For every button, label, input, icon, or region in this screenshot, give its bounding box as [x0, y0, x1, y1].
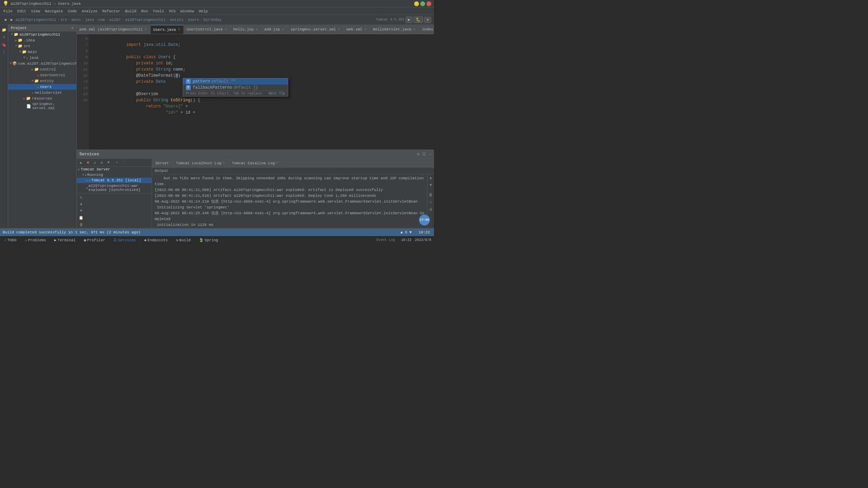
services-restart-btn[interactable]: ↺: [92, 159, 98, 166]
tree-item-com[interactable]: ▼ 📦 com.a1207.a1207springmvcch11: [8, 61, 76, 66]
taskbar-build[interactable]: ⚒ Build: [175, 237, 192, 243]
tab-pom-xml-close[interactable]: ×: [144, 27, 148, 32]
menu-navigate[interactable]: Navigate: [43, 9, 65, 14]
tree-item-idea[interactable]: ▶ 📁 .idea: [8, 37, 76, 43]
menu-edit[interactable]: Edit: [15, 9, 28, 14]
tree-item-usercontrol[interactable]: ☕ UserControl: [8, 72, 76, 78]
scroll-up-btn[interactable]: ▲: [428, 175, 434, 181]
tab-index-jsp[interactable]: index.jsp ×: [419, 25, 434, 34]
tab-hello-jsp-close[interactable]: ×: [255, 27, 258, 32]
minimize-button[interactable]: [414, 1, 419, 6]
services-run-btn[interactable]: ▶: [78, 159, 84, 166]
tab-add-jsp[interactable]: add.jsp ×: [261, 25, 288, 34]
services-up-btn[interactable]: ▲: [78, 201, 84, 207]
tab-hello-jsp[interactable]: hello.jsp ×: [231, 25, 261, 34]
menu-view[interactable]: View: [29, 9, 42, 14]
services-down-btn[interactable]: ▼: [78, 208, 84, 214]
tab-usercontrol-java[interactable]: UserControl.java ×: [184, 25, 231, 34]
scroll-down-btn[interactable]: ▼: [428, 182, 434, 188]
taskbar-services[interactable]: ☰ Services: [112, 237, 137, 243]
tree-item-springmvc-xml[interactable]: 📄 springmvc-servet.xml: [8, 101, 76, 111]
tree-item-helloservlet[interactable]: ☕ HelloServlet: [8, 90, 76, 95]
tab-web-xml[interactable]: web.xml ×: [344, 25, 370, 34]
services-log-btn[interactable]: 📋: [78, 215, 84, 221]
bookmarks-btn[interactable]: 🔖: [1, 42, 7, 48]
tab-users-java-close[interactable]: ×: [177, 27, 181, 32]
tab-localhost-log[interactable]: Tomcat Localhost Log ×: [173, 159, 229, 167]
stop-button[interactable]: ■: [424, 17, 431, 23]
services-add-btn[interactable]: +: [114, 159, 120, 166]
services-minus-icon[interactable]: —: [429, 152, 431, 157]
tree-item-src[interactable]: ▼ 📁 src: [8, 43, 76, 49]
menu-build[interactable]: Build: [123, 9, 138, 14]
tree-item-entity[interactable]: ▼ 📁 entity: [8, 78, 76, 84]
breadcrumb-birthday[interactable]: birthday: [203, 18, 221, 22]
server-item-running[interactable]: ▼ ● Running: [77, 172, 152, 178]
taskbar-profiler[interactable]: ◉ Profiler: [82, 237, 106, 243]
tab-pom-xml[interactable]: pom.xml (a1207springmvcch11) ×: [77, 25, 151, 34]
tab-add-jsp-close[interactable]: ×: [281, 27, 285, 32]
tree-item-main[interactable]: ▼ 📁 main: [8, 49, 76, 55]
taskbar-todo[interactable]: ✓ TODO: [3, 237, 18, 243]
git-btn[interactable]: ↕: [1, 49, 7, 55]
server-item-war[interactable]: ● a1207springmvcch11:war exploded [Synch…: [77, 183, 152, 193]
menu-file[interactable]: File: [1, 9, 14, 14]
run-button[interactable]: ▶: [406, 16, 413, 23]
tab-springmvc-servet-xml[interactable]: springmvc-servet.xml ×: [288, 25, 344, 34]
structure-btn[interactable]: ≡: [1, 34, 7, 40]
breadcrumb-users[interactable]: Users: [188, 18, 199, 22]
tab-users-java[interactable]: Users.java ×: [151, 25, 184, 34]
tab-catalina-log-close[interactable]: ×: [276, 161, 278, 165]
breadcrumb-java[interactable]: java: [85, 18, 94, 22]
output-area[interactable]: but no TLDs were found in them. Skipping…: [152, 174, 427, 228]
tree-item-resources[interactable]: ▶ 📁 resources: [8, 95, 76, 101]
tab-springmvc-servet-xml-close[interactable]: ×: [337, 27, 341, 32]
services-stop-btn[interactable]: ■: [85, 159, 91, 166]
breadcrumb-main[interactable]: main: [72, 18, 80, 22]
close-button[interactable]: [426, 1, 431, 6]
menu-window[interactable]: Window: [178, 9, 196, 14]
autocomplete-item-pattern[interactable]: f pattern default "": [183, 78, 288, 85]
tab-helloservlet-java[interactable]: HelloServlet.java ×: [370, 25, 419, 34]
output-print-btn[interactable]: 🖨: [428, 206, 434, 212]
project-tool-btn[interactable]: 📁: [1, 27, 7, 33]
menu-refactor[interactable]: Refactor: [100, 9, 123, 14]
services-filter-btn[interactable]: ▼: [105, 159, 112, 166]
services-trash-btn[interactable]: 🗑: [78, 221, 84, 228]
breadcrumb-springmvcch11[interactable]: a1207springmvcch11: [125, 18, 166, 22]
output-wrap-btn[interactable]: ⇔: [428, 199, 434, 205]
services-reload-btn[interactable]: ↻: [78, 194, 84, 200]
tab-helloservlet-java-close[interactable]: ×: [413, 27, 416, 32]
taskbar-problems[interactable]: ⚠ Problems: [23, 237, 47, 243]
tree-item-users[interactable]: ☕ Users: [8, 84, 76, 90]
output-clear-btn[interactable]: 🗑: [428, 192, 434, 198]
next-tip-label[interactable]: Next Tip: [269, 92, 285, 95]
nav-back[interactable]: ◀: [3, 17, 8, 23]
tab-catalina-log[interactable]: Tomcat Catalina Log ×: [229, 159, 282, 167]
menu-tools[interactable]: Tools: [151, 9, 166, 14]
maximize-button[interactable]: [420, 1, 425, 6]
tab-usercontrol-java-close[interactable]: ×: [224, 27, 228, 32]
sidebar-controls[interactable]: ⚙: [72, 26, 74, 30]
menu-help[interactable]: Help: [197, 9, 210, 14]
breadcrumb-project[interactable]: a1207springmvcch11: [15, 18, 56, 22]
line-col-indicator[interactable]: ▲ 6 ▼: [399, 230, 413, 234]
server-item-tomcat[interactable]: ▶ Tomcat Server: [77, 167, 152, 172]
services-gear-icon[interactable]: ☰: [422, 152, 426, 157]
autocomplete-item-fallback[interactable]: f fallbackPatterns default {}: [183, 85, 288, 91]
breadcrumb-a1207[interactable]: a1207: [110, 18, 121, 22]
taskbar-endpoints[interactable]: ◆ Endpoints: [143, 237, 169, 243]
tab-web-xml-close[interactable]: ×: [363, 27, 367, 32]
menu-vcs[interactable]: VCS: [167, 9, 178, 14]
tab-localhost-log-close[interactable]: ×: [223, 161, 225, 165]
services-settings-icon[interactable]: ⚙: [417, 152, 420, 157]
breadcrumb-com[interactable]: com: [98, 18, 105, 22]
menu-run[interactable]: Run: [139, 9, 150, 14]
menu-analyze[interactable]: Analyze: [79, 9, 99, 14]
tab-server[interactable]: Server: [152, 159, 173, 167]
breadcrumb-src[interactable]: src: [61, 18, 67, 22]
breadcrumb-entity[interactable]: entity: [170, 18, 184, 22]
nav-forward[interactable]: ▶: [9, 17, 14, 23]
tree-item-project[interactable]: ▼ 📁 a1207springmvcch11: [8, 31, 76, 37]
taskbar-terminal[interactable]: ▶ Terminal: [53, 237, 77, 243]
